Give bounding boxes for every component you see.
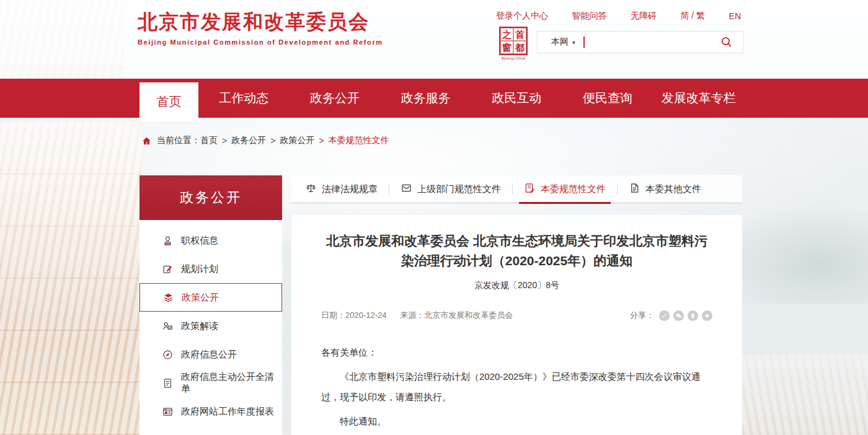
english-link[interactable]: EN bbox=[729, 11, 741, 21]
article-paragraph: 《北京市塑料污染治理行动计划（2020-2025年）》已经市委深改委第十四次会议… bbox=[321, 366, 712, 407]
breadcrumb-home[interactable]: 首页 bbox=[200, 135, 218, 146]
article-card: 北京市发展和改革委员会 北京市生态环境局关于印发北京市塑料污染治理行动计划（20… bbox=[291, 215, 742, 435]
breadcrumb-policy-disclosure[interactable]: 政策公开 bbox=[280, 135, 314, 146]
article-date: 2020-12-24 bbox=[345, 310, 387, 320]
nav-item-public-interaction[interactable]: 政民互动 bbox=[471, 79, 562, 118]
sidebar-item-authority-info[interactable]: 职权信息 bbox=[140, 226, 282, 255]
sidebar-item-plans[interactable]: 规划计划 bbox=[140, 255, 282, 283]
site-title: 北京市发展和改革委员会 bbox=[138, 10, 383, 33]
share-label: 分享： bbox=[630, 310, 654, 321]
article-paragraph: 特此通知。 bbox=[321, 411, 712, 431]
login-personal-center-link[interactable]: 登录个人中心 bbox=[496, 11, 548, 22]
search-input[interactable] bbox=[585, 32, 720, 53]
plan-pencil-icon bbox=[162, 263, 174, 275]
sidebar-item-policy-disclosure[interactable]: 政策公开 bbox=[140, 283, 282, 312]
sidebar: 政务公开 职权信息 规划计划 政策公开 政策解读 bbox=[140, 175, 282, 435]
tab-divider bbox=[389, 184, 389, 194]
nav-item-work-news[interactable]: 工作动态 bbox=[198, 79, 290, 118]
scales-icon bbox=[305, 182, 317, 196]
utility-links: 登录个人中心 智能问答 无障碍 简 / 繁 EN bbox=[496, 11, 741, 22]
background-rooftop-bottom-right bbox=[725, 354, 868, 435]
compass-icon bbox=[162, 348, 174, 361]
sidebar-item-proactive-disclosure-list[interactable]: 政府信息主动公开全清单 bbox=[140, 369, 282, 397]
mobile-share-icon[interactable] bbox=[688, 310, 698, 321]
star-share-icon[interactable] bbox=[702, 310, 712, 321]
smart-qa-link[interactable]: 智能问答 bbox=[572, 11, 606, 22]
content-tabs: 法律法规规章 上级部门规范性文件 本委规范性文件 本委其他文件 bbox=[291, 175, 742, 203]
sidebar-title: 政务公开 bbox=[140, 175, 282, 220]
sidebar-item-policy-interpretation[interactable]: 政策解读 bbox=[140, 312, 282, 340]
date-label: 日期： bbox=[321, 310, 345, 320]
search-scope-label: 本网 bbox=[551, 37, 569, 48]
breadcrumb: 当前位置： 首页 > 政务公开 > 政策公开 > 本委规范性文件 bbox=[141, 135, 389, 146]
nav-item-convenience-query[interactable]: 便民查询 bbox=[562, 79, 653, 118]
article-title: 北京市发展和改革委员会 北京市生态环境局关于印发北京市塑料污染治理行动计划（20… bbox=[321, 231, 712, 271]
wechat-share-icon[interactable] bbox=[673, 310, 684, 321]
sidebar-item-website-annual-report[interactable]: 政府网站工作年度报表 bbox=[140, 397, 282, 426]
breadcrumb-gov-disclosure[interactable]: 政务公开 bbox=[231, 135, 266, 146]
site-header: 北京市发展和改革委员会 Beijing Municipal Commission… bbox=[0, 0, 868, 79]
article-meta: 日期：2020-12-24 来源：北京市发展和改革委员会 分享： bbox=[321, 310, 712, 321]
tab-laws-regulations[interactable]: 法律法规规章 bbox=[303, 175, 380, 203]
chevron-down-icon: ▾ bbox=[572, 39, 575, 46]
stamp-icon bbox=[162, 234, 174, 247]
main-nav: 首页 工作动态 政务公开 政务服务 政民互动 便民查询 发展改革专栏 bbox=[0, 79, 868, 118]
nav-item-reform-special[interactable]: 发展改革专栏 bbox=[653, 79, 744, 118]
nav-item-gov-disclosure[interactable]: 政务公开 bbox=[290, 79, 381, 118]
article-body: 各有关单位： 《北京市塑料污染治理行动计划（2020-2025年）》已经市委深改… bbox=[321, 342, 712, 435]
seal-caption: Beijing-China bbox=[498, 56, 529, 60]
main-nav-items: 首页 工作动态 政务公开 政务服务 政民互动 便民查询 发展改革专栏 bbox=[140, 79, 744, 118]
article-source: 北京市发展和改革委员会 bbox=[424, 310, 513, 320]
breadcrumb-current: 本委规范性文件 bbox=[329, 135, 389, 146]
article-doc-number: 京发改规〔2020〕8号 bbox=[321, 280, 712, 291]
site-subtitle-en: Beijing Municipal Commission of Developm… bbox=[138, 38, 383, 46]
layers-icon bbox=[162, 291, 175, 304]
search-bar: 本网 ▾ bbox=[537, 31, 743, 53]
tab-commission-other-docs[interactable]: 本委其他文件 bbox=[626, 175, 704, 203]
document-list-icon bbox=[162, 377, 174, 389]
search-icon[interactable] bbox=[720, 36, 733, 48]
article-meta-left: 日期：2020-12-24 来源：北京市发展和改革委员会 bbox=[321, 310, 513, 321]
background-rooftop-left bbox=[0, 121, 141, 435]
tab-divider bbox=[617, 184, 618, 194]
breadcrumb-prefix: 当前位置： bbox=[157, 135, 200, 146]
article-paragraph: 各有关单位： bbox=[321, 342, 712, 362]
doc-other-icon bbox=[629, 182, 640, 196]
link-share-icon[interactable] bbox=[659, 310, 670, 321]
accessibility-link[interactable]: 无障碍 bbox=[631, 11, 657, 22]
sidebar-item-gov-info-disclosure[interactable]: 政府信息公开 bbox=[140, 340, 282, 369]
home-icon bbox=[141, 136, 152, 146]
tab-divider bbox=[512, 184, 513, 194]
search-scope-select[interactable]: 本网 ▾ bbox=[551, 37, 575, 48]
nav-item-gov-services[interactable]: 政务服务 bbox=[380, 79, 471, 118]
report-table-icon bbox=[162, 405, 174, 418]
person-chat-icon bbox=[162, 320, 174, 332]
envelope-icon bbox=[401, 182, 412, 196]
share-bar: 分享： bbox=[630, 310, 712, 321]
sidebar-menu: 职权信息 规划计划 政策公开 政策解读 政府信息公开 bbox=[140, 220, 282, 435]
capital-window-seal-icon: 之首窗都 bbox=[499, 27, 528, 55]
sidebar-item-fee-catalog[interactable]: 收费目录 bbox=[140, 426, 282, 435]
site-logo[interactable]: 北京市发展和改革委员会 Beijing Municipal Commission… bbox=[138, 10, 383, 46]
source-label: 来源： bbox=[400, 310, 424, 320]
nav-item-home[interactable]: 首页 bbox=[140, 82, 198, 121]
doc-pen-icon bbox=[524, 182, 536, 196]
tab-superior-normative-docs[interactable]: 上级部门规范性文件 bbox=[398, 175, 503, 203]
article-signature: 北京市发展和改革委员会 bbox=[321, 431, 712, 435]
simplified-traditional-link[interactable]: 简 / 繁 bbox=[680, 11, 705, 22]
capital-window-seal[interactable]: 之首窗都 Beijing-China bbox=[498, 27, 529, 60]
tab-commission-normative-docs[interactable]: 本委规范性文件 bbox=[521, 175, 608, 203]
